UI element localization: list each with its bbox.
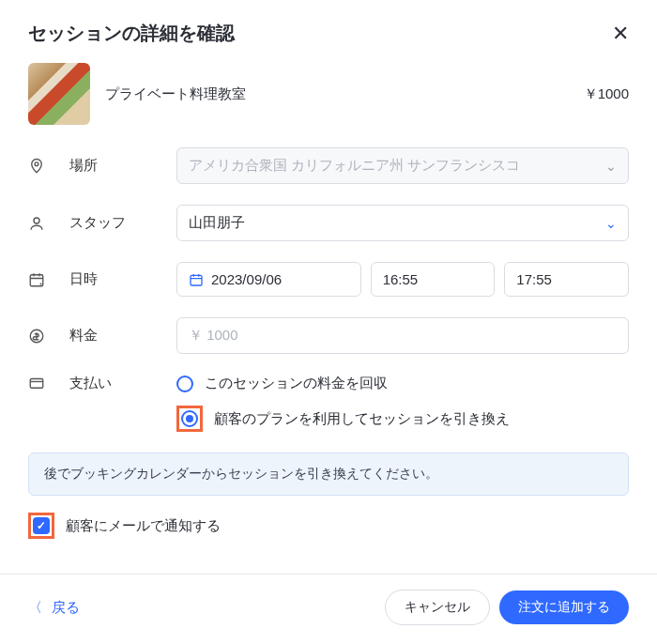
- end-time-input[interactable]: 17:55: [504, 262, 629, 297]
- datetime-label: 日時: [69, 270, 176, 288]
- session-name: プライベート料理教室: [105, 85, 246, 103]
- svg-rect-5: [30, 379, 43, 389]
- fee-placeholder: ￥ 1000: [189, 327, 238, 345]
- payment-option-redeem[interactable]: 顧客のプランを利用してセッションを引き換え: [176, 406, 629, 432]
- close-icon[interactable]: ✕: [612, 23, 629, 44]
- cancel-button[interactable]: キャンセル: [385, 590, 490, 625]
- radio-icon: [176, 376, 193, 392]
- location-value: アメリカ合衆国 カリフォルニア州 サンフランシスコ: [189, 157, 520, 175]
- payment-option-collect[interactable]: このセッションの料金を回収: [176, 375, 629, 392]
- submit-button[interactable]: 注文に追加する: [499, 590, 629, 624]
- staff-value: 山田朋子: [189, 214, 245, 232]
- fee-label: 料金: [69, 327, 176, 345]
- date-value: 2023/09/06: [211, 271, 349, 287]
- modal-title: セッションの詳細を確認: [28, 21, 235, 46]
- fee-input[interactable]: ￥ 1000: [176, 317, 629, 354]
- location-label: 場所: [69, 157, 176, 175]
- session-price: ￥1000: [584, 85, 629, 103]
- notify-checkbox-row[interactable]: ✓ 顧客にメールで通知する: [28, 513, 629, 539]
- highlight-marker: ✓: [28, 513, 54, 539]
- payment-option-redeem-label: 顧客のプランを利用してセッションを引き換え: [214, 410, 510, 428]
- start-time-input[interactable]: 16:55: [371, 262, 496, 297]
- highlight-marker: [176, 406, 203, 432]
- datetime-icon: [28, 271, 69, 288]
- svg-point-0: [35, 161, 38, 165]
- payment-icon: [28, 375, 69, 391]
- location-select[interactable]: アメリカ合衆国 カリフォルニア州 サンフランシスコ ⌄: [176, 147, 629, 184]
- notify-label: 顧客にメールで通知する: [66, 517, 221, 535]
- staff-select[interactable]: 山田朋子 ⌄: [176, 205, 629, 241]
- chevron-left-icon: 〈: [28, 599, 42, 617]
- radio-icon: [181, 410, 198, 427]
- chevron-down-icon: ⌄: [605, 216, 617, 231]
- info-banner: 後でブッキングカレンダーからセッションを引き換えてください。: [28, 452, 629, 496]
- chevron-down-icon: ⌄: [605, 159, 617, 174]
- fee-icon: [28, 328, 69, 345]
- staff-icon: [28, 215, 69, 232]
- calendar-icon: [189, 272, 204, 287]
- location-icon: [28, 158, 69, 175]
- checkbox-icon: ✓: [33, 517, 50, 534]
- session-thumbnail: [28, 63, 90, 125]
- staff-label: スタッフ: [69, 214, 176, 232]
- svg-point-1: [34, 218, 39, 223]
- back-label: 戻る: [52, 599, 80, 617]
- date-input[interactable]: 2023/09/06: [176, 262, 361, 297]
- payment-label: 支払い: [69, 375, 176, 392]
- svg-rect-3: [191, 275, 202, 285]
- back-link[interactable]: 〈 戻る: [28, 599, 80, 617]
- payment-option-collect-label: このセッションの料金を回収: [205, 375, 388, 392]
